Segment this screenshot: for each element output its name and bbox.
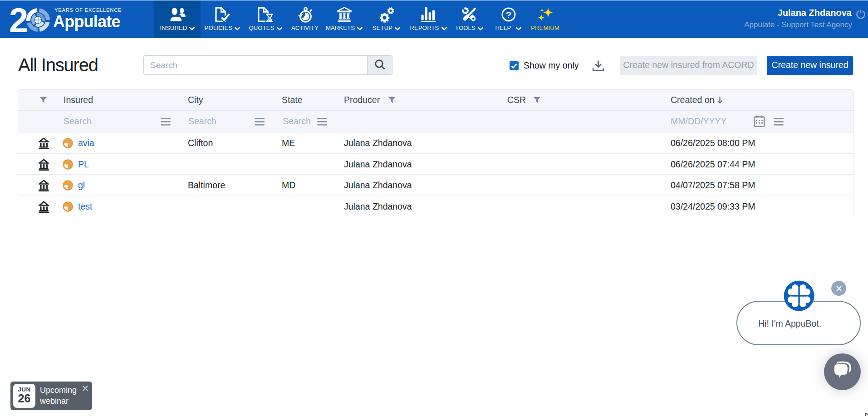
svg-text:?: ? [505, 10, 511, 20]
